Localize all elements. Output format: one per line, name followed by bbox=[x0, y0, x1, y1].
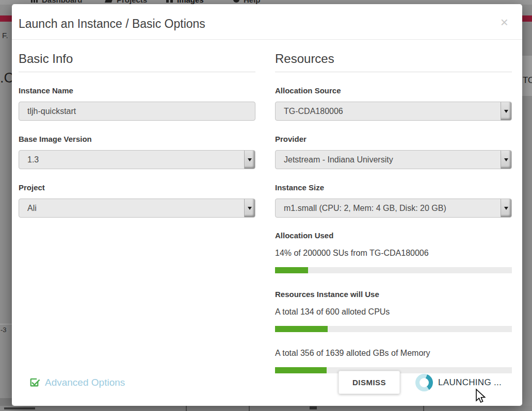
dropdown-button[interactable] bbox=[501, 199, 511, 217]
project-select[interactable]: Ali bbox=[19, 199, 255, 218]
projects-icon bbox=[105, 0, 114, 3]
basic-info-heading: Basic Info bbox=[19, 52, 255, 72]
background-text-fragment: F. bbox=[2, 31, 8, 40]
instance-name-input[interactable] bbox=[19, 102, 255, 120]
background-table-line bbox=[186, 406, 187, 411]
cpu-usage-text: A total 134 of 600 alloted CPUs bbox=[275, 307, 512, 317]
allocation-source-label: Allocation Source bbox=[275, 86, 512, 95]
close-icon[interactable]: × bbox=[501, 15, 508, 29]
project-label: Project bbox=[19, 183, 255, 192]
chevron-down-icon bbox=[248, 207, 252, 212]
mouse-cursor bbox=[475, 388, 488, 404]
instance-name-field-box bbox=[19, 102, 255, 121]
selected-value: TG-CDA180006 bbox=[284, 107, 343, 116]
background-text-fragment: -3 bbox=[1, 326, 7, 334]
modal-title: Launch an Instance / Basic Options bbox=[19, 17, 512, 31]
modal-footer: Advanced Options DISMISS LAUNCHING ... bbox=[29, 371, 502, 394]
instance-name-label: Instance Name bbox=[19, 86, 255, 95]
selected-value: m1.small (CPU: 2, Mem: 4 GB, Disk: 20 GB… bbox=[284, 204, 446, 213]
chevron-down-icon bbox=[504, 158, 508, 163]
background-table-line bbox=[423, 406, 424, 411]
resources-heading: Resources bbox=[275, 52, 512, 72]
nav-label: Help bbox=[244, 0, 261, 4]
advanced-options-label: Advanced Options bbox=[45, 377, 125, 388]
dropdown-button[interactable] bbox=[244, 199, 255, 217]
progress-fill bbox=[275, 267, 308, 273]
selected-value: Ali bbox=[27, 204, 37, 213]
dropdown-button[interactable] bbox=[501, 102, 511, 120]
memory-usage-text: A total 356 of 1639 alloted GBs of Memor… bbox=[275, 349, 512, 358]
launch-instance-modal: Launch an Instance / Basic Options × Bas… bbox=[12, 4, 522, 406]
cpu-usage-progressbar bbox=[275, 326, 512, 332]
instance-size-label: Instance Size bbox=[275, 183, 512, 192]
allocation-source-select[interactable]: TG-CDA180006 bbox=[275, 102, 512, 121]
launching-status: LAUNCHING ... bbox=[438, 377, 502, 388]
advanced-options-link[interactable]: Advanced Options bbox=[29, 377, 125, 388]
selected-value: 1.3 bbox=[27, 155, 39, 165]
selected-value: Jetstream - Indiana University bbox=[284, 155, 393, 165]
dashboard-icon bbox=[31, 0, 38, 3]
chevron-down-icon bbox=[504, 207, 508, 212]
instance-size-select[interactable]: m1.small (CPU: 2, Mem: 4 GB, Disk: 20 GB… bbox=[275, 199, 512, 218]
modal-body: Basic Info Instance Name Base Image Vers… bbox=[12, 40, 522, 373]
allocation-used-text: 14% of 200000 SUs from TG-CDA180006 bbox=[275, 249, 512, 258]
chevron-down-icon bbox=[248, 158, 252, 163]
resources-usage-label: Resources Instance will Use bbox=[275, 290, 512, 299]
nav-label: Projects bbox=[117, 0, 147, 4]
checkbox-checked-icon bbox=[29, 377, 40, 388]
loading-spinner-icon bbox=[415, 374, 433, 391]
background-text-blur bbox=[4, 407, 35, 409]
background-table-strip bbox=[0, 406, 532, 411]
allocation-used-progressbar bbox=[275, 267, 512, 273]
modal-header: Launch an Instance / Basic Options × bbox=[12, 4, 522, 40]
allocation-used-label: Allocation Used bbox=[275, 231, 512, 240]
background-table-line bbox=[249, 406, 250, 411]
background-panel bbox=[0, 398, 12, 406]
progress-fill bbox=[275, 326, 328, 332]
background-divider bbox=[0, 324, 12, 324]
images-icon bbox=[166, 0, 173, 3]
chevron-down-icon bbox=[504, 110, 508, 115]
base-image-version-label: Base Image Version bbox=[19, 135, 255, 143]
dropdown-button[interactable] bbox=[244, 151, 255, 169]
provider-select[interactable]: Jetstream - Indiana University bbox=[275, 150, 512, 169]
basic-info-column: Basic Info Instance Name Base Image Vers… bbox=[19, 40, 255, 373]
resources-column: Resources Allocation Source TG-CDA180006… bbox=[275, 40, 512, 373]
dropdown-button[interactable] bbox=[501, 151, 511, 169]
nav-label: Dashboard bbox=[42, 0, 82, 4]
help-icon bbox=[233, 0, 239, 3]
background-text-blur bbox=[310, 406, 317, 409]
background-text-fragment: TO bbox=[523, 75, 532, 86]
base-image-version-select[interactable]: 1.3 bbox=[19, 150, 255, 169]
dismiss-button[interactable]: DISMISS bbox=[338, 371, 400, 394]
provider-label: Provider bbox=[275, 135, 512, 143]
page: Dashboard Projects Images Help F. .C -3 … bbox=[0, 0, 532, 411]
nav-label: Images bbox=[177, 0, 204, 4]
